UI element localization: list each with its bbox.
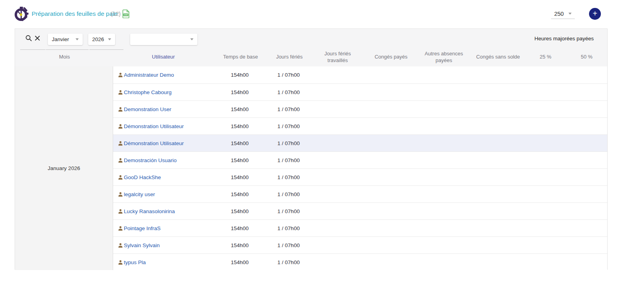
table-row: Sylvain Sylvain154h001 / 07h00 [113, 236, 607, 253]
user-link[interactable]: Démonstration Utilisateur [124, 140, 184, 146]
column-header-jours-feries[interactable]: Jours fériés [268, 54, 311, 60]
filter-underline [46, 49, 89, 50]
table-row: Démonstration Utilisateur154h001 / 07h00 [113, 134, 607, 151]
user-cell: Pointage InfraS [113, 225, 212, 231]
user-link[interactable]: Demonstration User [124, 106, 171, 112]
cell-jours_feries: 1 / 07h00 [267, 157, 310, 163]
table-row: Pointage InfraS154h001 / 07h00 [113, 219, 607, 236]
chevron-down-icon [108, 38, 111, 40]
month-filter-select[interactable]: Janvier [48, 34, 83, 45]
user-cell: GooD HackShe [113, 174, 212, 180]
cell-jours_feries: 1 / 07h00 [267, 106, 310, 112]
cell-temps_de_base: 154h00 [212, 225, 267, 231]
payroll-table-panel: Janvier 2026 Heures majorées payées Mois… [15, 28, 608, 270]
cell-temps_de_base: 154h00 [212, 191, 267, 197]
user-cell: legalcity user [113, 191, 212, 197]
person-icon [117, 140, 123, 146]
person-icon [117, 72, 123, 78]
month-group-cell: January 2026 [15, 66, 113, 270]
user-link[interactable]: Demostración Usuario [124, 157, 177, 163]
page-size-select[interactable]: 250 [551, 9, 575, 19]
chevron-down-icon [76, 38, 79, 40]
user-link[interactable]: Lucky Ranasolonirina [124, 208, 175, 214]
user-link[interactable]: typus Pla [124, 259, 146, 265]
cell-jours_feries: 1 / 07h00 [267, 123, 310, 129]
user-cell: Démonstration Utilisateur [113, 123, 212, 129]
search-icon[interactable] [25, 35, 32, 43]
user-cell: Lucky Ranasolonirina [113, 208, 212, 214]
table-row: Christophe Cabourg154h001 / 07h00 [113, 83, 607, 100]
record-count: (12) [111, 11, 121, 17]
person-icon [117, 191, 123, 197]
group-header-heures-majorees: Heures majorées payées [534, 29, 594, 48]
user-cell: Demostración Usuario [113, 157, 212, 163]
table-row: Démonstration Utilisateur154h001 / 07h00 [113, 117, 607, 134]
column-header-jours-feries-travailles[interactable]: Jours fériés travaillés [311, 51, 365, 64]
cell-temps_de_base: 154h00 [212, 242, 267, 248]
user-cell: typus Pla [113, 259, 212, 265]
table-row: GooD HackShe154h001 / 07h00 [113, 168, 607, 185]
user-filter-select[interactable] [130, 34, 197, 45]
table-row: typus Pla154h001 / 07h00 [113, 253, 607, 270]
user-link[interactable]: Christophe Cabourg [124, 89, 172, 95]
table-row: Demostración Usuario154h001 / 07h00 [113, 151, 607, 168]
table-row: Demonstration User154h001 / 07h00 [113, 100, 607, 117]
cell-temps_de_base: 154h00 [212, 174, 267, 180]
user-cell: Administrateur Demo [113, 72, 212, 78]
chevron-down-icon [190, 38, 193, 40]
filter-row: Janvier 2026 Heures majorées payées [15, 29, 607, 48]
column-header-utilisateur[interactable]: Utilisateur [114, 54, 213, 60]
cell-jours_feries: 1 / 07h00 [267, 225, 310, 231]
column-header-temps-de-base[interactable]: Temps de base [213, 54, 268, 60]
user-cell: Christophe Cabourg [113, 89, 212, 95]
table-row: Administrateur Demo154h001 / 07h00 [113, 66, 607, 83]
cell-temps_de_base: 154h00 [212, 259, 267, 265]
person-icon [117, 89, 123, 95]
table-body: January 2026 Administrateur Demo154h001 … [15, 66, 607, 270]
year-filter-select[interactable]: 2026 [88, 34, 115, 45]
page-title: Préparation des feuilles de paie [32, 10, 117, 17]
user-cell: Démonstration Utilisateur [113, 140, 212, 146]
cell-temps_de_base: 154h00 [212, 89, 267, 95]
person-icon [117, 174, 123, 180]
cell-temps_de_base: 154h00 [212, 72, 267, 78]
column-header-conges-sans-solde[interactable]: Congés sans solde [470, 54, 526, 60]
table-header-row: Mois Utilisateur Temps de base Jours fér… [15, 48, 607, 66]
stopwatch-gear-logo-icon [14, 6, 29, 22]
table-row: legalcity user154h001 / 07h00 [113, 185, 607, 202]
column-header-50[interactable]: 50 % [565, 54, 608, 60]
cell-temps_de_base: 154h00 [212, 106, 267, 112]
payroll-preparation-page: Préparation des feuilles de paie (12) cs… [0, 0, 644, 295]
cell-jours_feries: 1 / 07h00 [267, 174, 310, 180]
top-bar: Préparation des feuilles de paie (12) cs… [0, 0, 644, 28]
user-link[interactable]: GooD HackShe [124, 174, 161, 180]
user-cell: Demonstration User [113, 106, 212, 112]
user-link[interactable]: Sylvain Sylvain [124, 242, 160, 248]
chevron-down-icon [568, 13, 572, 15]
svg-text:csv: csv [124, 13, 128, 16]
add-button[interactable]: + [589, 8, 601, 20]
person-icon [117, 259, 123, 265]
person-icon [117, 225, 123, 231]
csv-export-icon[interactable]: csv [122, 9, 130, 20]
person-icon [117, 157, 123, 163]
table-row: Lucky Ranasolonirina154h001 / 07h00 [113, 202, 607, 219]
cell-jours_feries: 1 / 07h00 [267, 140, 310, 146]
user-link[interactable]: Administrateur Demo [124, 72, 174, 78]
cell-jours_feries: 1 / 07h00 [267, 242, 310, 248]
user-link[interactable]: Pointage InfraS [124, 225, 161, 231]
column-header-25[interactable]: 25 % [526, 54, 565, 60]
user-link[interactable]: legalcity user [124, 191, 155, 197]
person-icon [117, 208, 123, 214]
filter-underline [89, 49, 123, 50]
person-icon [117, 123, 123, 129]
filter-underline [20, 49, 45, 50]
cell-jours_feries: 1 / 07h00 [267, 259, 310, 265]
person-icon [117, 106, 123, 112]
user-link[interactable]: Démonstration Utilisateur [124, 123, 184, 129]
column-header-autres-absences-payees[interactable]: Autres absences payées [417, 51, 470, 64]
close-icon[interactable] [35, 35, 40, 42]
column-header-conges-payes[interactable]: Congés payés [365, 54, 417, 60]
column-header-mois[interactable]: Mois [15, 54, 114, 60]
page-size-value: 250 [554, 11, 564, 17]
